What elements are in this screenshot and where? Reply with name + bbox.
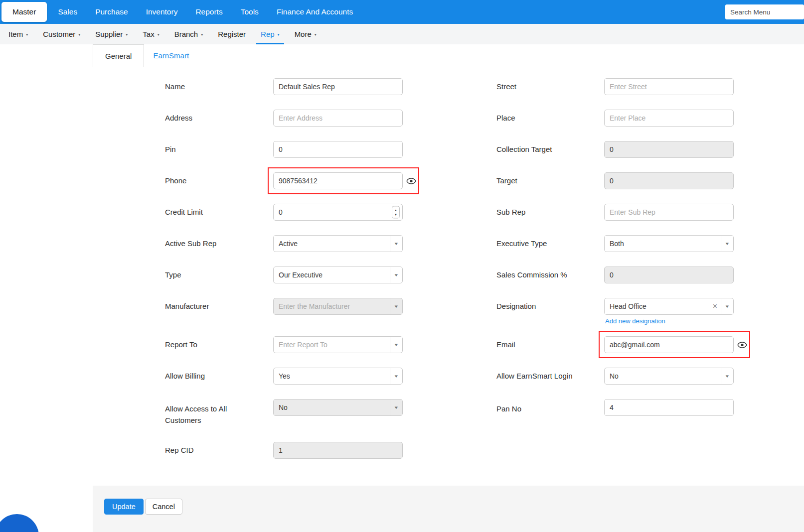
pan-no-input[interactable] xyxy=(604,399,734,416)
email-highlight-region xyxy=(604,336,747,353)
field-label-rep-cid: Rep CID xyxy=(165,444,273,456)
select-placeholder: Enter the Manufacturer xyxy=(274,302,390,310)
tab-earnsmart[interactable]: EarnSmart xyxy=(144,44,198,67)
eye-icon[interactable] xyxy=(737,342,747,348)
search-menu-input[interactable] xyxy=(725,4,804,19)
place-input[interactable] xyxy=(604,110,734,127)
email-input[interactable] xyxy=(604,336,734,353)
subnav-item-supplier[interactable]: Supplier ▾ xyxy=(88,24,135,44)
chevron-down-icon: ▾ xyxy=(278,32,280,37)
subnav-label-branch: Branch xyxy=(174,30,198,38)
subnav-label-item: Item xyxy=(8,30,23,38)
select-value: Both xyxy=(605,240,721,248)
credit-limit-input[interactable] xyxy=(273,204,403,221)
field-label-phone: Phone xyxy=(165,175,273,186)
allow-earnsmart-login-select[interactable]: No ▼ xyxy=(604,368,734,385)
subnav-item-register[interactable]: Register xyxy=(210,24,253,44)
address-input[interactable] xyxy=(273,110,403,127)
field-label-collection-target: Collection Target xyxy=(496,143,604,155)
allow-access-select: No ▼ xyxy=(273,399,403,416)
active-sub-rep-select[interactable]: Active ▼ xyxy=(273,235,403,252)
form-row: Rep CID xyxy=(165,442,804,459)
subnav-label-customer: Customer xyxy=(43,30,75,38)
nav-master[interactable]: Master xyxy=(1,2,47,22)
nav-inventory[interactable]: Inventory xyxy=(137,0,187,24)
chevron-down-icon: ▼ xyxy=(390,368,402,384)
subnav-item-more[interactable]: More ▾ xyxy=(287,24,324,44)
street-input[interactable] xyxy=(604,78,734,95)
report-to-select[interactable]: Enter Report To ▼ xyxy=(273,336,403,353)
subnav-item-tax[interactable]: Tax ▾ xyxy=(135,24,166,44)
form-row: Phone Target xyxy=(165,172,804,189)
form-row: Allow Access to All Customers No ▼ Pan N… xyxy=(165,399,804,426)
nav-purchase[interactable]: Purchase xyxy=(86,0,137,24)
tab-bar: General EarnSmart xyxy=(93,44,804,67)
nav-finance-and-accounts[interactable]: Finance And Accounts xyxy=(268,0,362,24)
pin-input[interactable] xyxy=(273,141,403,158)
chevron-down-icon: ▼ xyxy=(390,267,402,283)
select-value: Active xyxy=(274,240,390,248)
add-new-designation-link[interactable]: Add new designation xyxy=(605,317,665,325)
field-label-active-sub-rep: Active Sub Rep xyxy=(165,238,273,249)
subnav-label-supplier: Supplier xyxy=(95,30,123,38)
field-label-credit-limit: Credit Limit xyxy=(165,206,273,218)
field-label-email: Email xyxy=(496,339,604,350)
chevron-down-icon: ▾ xyxy=(78,32,80,37)
field-label-place: Place xyxy=(496,112,604,124)
form-row: Active Sub Rep Active ▼ Executive Type B… xyxy=(165,235,804,252)
select-value: No xyxy=(605,372,721,380)
executive-type-select[interactable]: Both ▼ xyxy=(604,235,734,252)
chevron-down-icon: ▼ xyxy=(721,298,733,314)
chevron-down-icon: ▼ xyxy=(390,298,402,314)
subnav-item-item[interactable]: Item ▾ xyxy=(1,24,35,44)
name-input[interactable] xyxy=(273,78,403,95)
field-label-report-to: Report To xyxy=(165,339,273,350)
nav-sales[interactable]: Sales xyxy=(49,0,86,24)
sub-rep-input[interactable] xyxy=(604,204,734,221)
remove-designation-icon[interactable]: × xyxy=(713,302,717,310)
update-button[interactable]: Update xyxy=(104,499,144,515)
type-select[interactable]: Our Executive ▼ xyxy=(273,266,403,283)
number-stepper[interactable]: ▲ ▼ xyxy=(392,206,400,219)
phone-input[interactable] xyxy=(273,172,403,189)
subnav-item-branch[interactable]: Branch ▾ xyxy=(167,24,211,44)
designation-select[interactable]: Head Office × ▼ xyxy=(604,298,734,315)
field-label-pin: Pin xyxy=(165,143,273,155)
field-label-target: Target xyxy=(496,175,604,186)
stepper-up-icon: ▲ xyxy=(394,208,397,212)
field-label-pan-no: Pan No xyxy=(496,399,604,414)
subnav-label-register: Register xyxy=(218,30,246,38)
subnav-label-tax: Tax xyxy=(143,30,154,38)
subnav-item-rep[interactable]: Rep ▾ xyxy=(253,24,287,44)
field-label-executive-type: Executive Type xyxy=(496,238,604,249)
chevron-down-icon: ▼ xyxy=(721,368,733,384)
designation-tag: Head Office xyxy=(605,302,713,310)
allow-billing-select[interactable]: Yes ▼ xyxy=(273,368,403,385)
nav-tools[interactable]: Tools xyxy=(232,0,268,24)
chevron-down-icon: ▾ xyxy=(315,32,317,37)
chevron-down-icon: ▼ xyxy=(390,236,402,252)
subnav-label-more: More xyxy=(295,30,312,38)
nav-reports[interactable]: Reports xyxy=(186,0,231,24)
tab-general[interactable]: General xyxy=(93,44,144,67)
form-row: Type Our Executive ▼ Sales Commission % xyxy=(165,266,804,283)
form-row: Address Place xyxy=(165,110,804,127)
sub-navbar: Item ▾ Customer ▾ Supplier ▾ Tax ▾ Branc… xyxy=(0,24,804,44)
chevron-down-icon: ▾ xyxy=(201,32,203,37)
cancel-button[interactable]: Cancel xyxy=(145,499,182,515)
field-label-type: Type xyxy=(165,269,273,280)
subnav-item-customer[interactable]: Customer ▾ xyxy=(35,24,88,44)
field-label-allow-earnsmart-login: Allow EarnSmart Login xyxy=(496,370,604,382)
rep-master-page: Master Sales Purchase Inventory Reports … xyxy=(0,0,804,532)
content-panel: General EarnSmart Name Street Address Pl… xyxy=(0,44,804,532)
select-value: Our Executive xyxy=(274,271,390,279)
form-row: Credit Limit ▲ ▼ Sub Rep xyxy=(165,204,804,221)
stepper-down-icon: ▼ xyxy=(394,212,397,217)
chevron-down-icon: ▼ xyxy=(390,399,402,415)
eye-icon[interactable] xyxy=(406,178,416,184)
field-label-sub-rep: Sub Rep xyxy=(496,206,604,218)
rep-form: Name Street Address Place Pin Collection… xyxy=(0,67,804,459)
rep-cid-input xyxy=(273,442,403,459)
select-placeholder: Enter Report To xyxy=(274,341,390,349)
form-row: Name Street xyxy=(165,78,804,95)
